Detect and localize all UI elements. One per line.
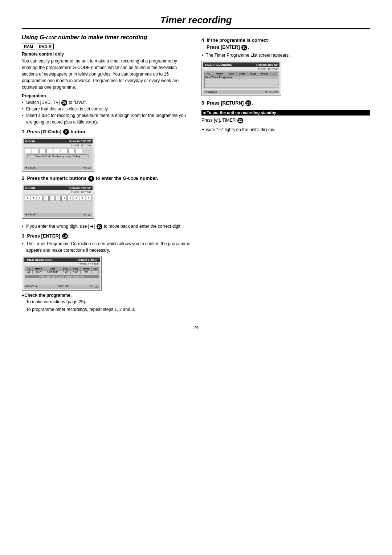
s3-return: RETURN: [58, 285, 69, 288]
standby-text2: Ensure "☉" lights on the unit's display.: [201, 126, 370, 133]
s4-col-stop: Stop: [248, 72, 258, 75]
col-name: Name: [33, 267, 44, 271]
section-heading-text: Using G-CODE number to make timer record…: [22, 34, 147, 40]
s1-no: No ○△○: [83, 166, 91, 169]
remote-control-label: Remote control only: [22, 52, 191, 57]
circled-10b: 10: [62, 233, 68, 239]
step3-bullet: The Timer Programme Correction screen wh…: [22, 240, 191, 254]
s3-select: SELECT ◄: [25, 285, 38, 288]
s1-box8: [75, 149, 82, 153]
s4-return: ★ RETURN: [265, 90, 278, 93]
digit-9: 1: [74, 196, 79, 201]
screen4-bottom-bar: ◄ SELECT ★ RETURN: [203, 90, 279, 94]
s4-col-mode: Mode: [258, 72, 271, 75]
s4-col-date: Date: [226, 72, 236, 75]
screen2-dates: 12/4/98 10:7 TUE: [24, 191, 93, 194]
prep-bullet-3: Insert a disc for recording (make sure t…: [22, 112, 191, 125]
s4-col-start: Start: [236, 72, 247, 75]
section-heading: Using G-CODE number to make timer record…: [22, 34, 191, 41]
screen2-remain: Remain 0:59 SP: [69, 186, 91, 190]
row-start: 1:00: [61, 271, 71, 274]
screen1-remain: Remain 0:59 SP: [69, 139, 91, 143]
check-sub2: To programme other recordings, repeat st…: [22, 306, 191, 313]
s1-box1: [25, 149, 31, 153]
s4-empty2: [205, 82, 278, 85]
screen1-input-row: [25, 149, 91, 153]
digit-7: 1: [61, 196, 67, 201]
screen4-dates: 12/3/98 12:7 TUE: [203, 68, 279, 70]
screen1-bottom-bar: ◄ SELECT No ○△○: [24, 166, 93, 170]
circled-2: 2: [63, 129, 69, 135]
digit-4: 1: [43, 196, 49, 201]
screen3-title-bar: TIMER RECORDING Remain 1:58 SP: [24, 258, 100, 262]
page-title: Timer recording: [22, 15, 370, 29]
digit-11: 1: [86, 196, 91, 201]
step4-container: 4 If the programme is correct Press [ENT…: [201, 37, 370, 96]
col-stop: Stop: [71, 267, 81, 271]
screen3-table: No. Name Date Start Stop Mode Ch 44 AHC …: [25, 267, 99, 274]
screen2-digits: 1 1 1 1 1 1 1 1 1 1 1: [25, 196, 91, 201]
s4-col-ch: Ch: [271, 72, 278, 75]
circled-4: 4: [88, 176, 94, 182]
col-mode: Mode: [81, 267, 92, 271]
screen1-body: Enter G-Code Number by using 0-9 key.: [24, 147, 93, 165]
col-no: No.: [25, 267, 33, 271]
page-container: Timer recording Using G-CODE number to m…: [0, 0, 392, 555]
spacer: [25, 202, 91, 208]
row-date: 10/7 TUE: [44, 271, 61, 274]
badge-row: RAM DVD-R: [22, 44, 191, 49]
step4-num: 4: [201, 37, 207, 43]
screen3-mockup: TIMER RECORDING Remain 1:58 SP 12/3/98 1…: [22, 256, 102, 291]
check-label: ●Check the programme.: [22, 293, 191, 298]
screen3-bottom-bar: SELECT ◄ RETURN No ○△○: [24, 284, 100, 289]
s4-col-name: Name: [213, 72, 226, 75]
step2-bullet: If you enter the wrong digit, use [◄] 10…: [22, 223, 191, 230]
screen3-remain: Remain 1:58 SP: [77, 258, 98, 262]
s1-box6: [61, 149, 68, 153]
standby-section: ■ To put the unit on recording standby P…: [201, 110, 370, 133]
screen1-dates: 12/4/98 10:7 TUE: [24, 144, 93, 147]
screen3-store-text: Press ENTER to store new programme.: [25, 275, 99, 278]
screen4-table: No. Name Date Start Stop Mode Ch New Tim…: [204, 72, 278, 88]
screen3-body: No. Name Date Start Stop Mode Ch 44 AHC …: [24, 266, 100, 284]
badge-dvd-r: DVD-R: [37, 44, 54, 49]
digit-6: 1: [56, 196, 61, 201]
prep-bullet-1: Switch [DVD, TV] 15 to "DVD".: [22, 99, 191, 106]
s1-select: ◄ SELECT: [25, 166, 38, 169]
step2-heading: 2 Press the numeric buttons 4 to enter t…: [22, 175, 191, 182]
screen4-title-bar: TIMER RECORDING Remain 1:58 SP: [203, 62, 279, 67]
screen3-dates: 12/3/98 12:7 TUE: [24, 263, 100, 266]
check-sub1: To make corrections (page 25).: [22, 299, 191, 305]
two-column-layout: Using G-CODE number to make timer record…: [22, 34, 370, 314]
standby-heading: ■ To put the unit on recording standby: [201, 110, 370, 116]
circled-10a: 10: [97, 224, 102, 230]
screen2-title-bar: G-Code Remain 0:59 SP: [24, 186, 93, 190]
screen1-enter-text: Enter G-Code Number by using 0-9 key.: [27, 154, 89, 158]
s4-col-no: No.: [205, 72, 213, 75]
s1-box3: [39, 149, 46, 153]
screen2-mockup: G-Code Remain 0:59 SP 12/4/98 10:7 TUE 1…: [22, 184, 94, 219]
row-ch: [92, 271, 99, 274]
digit-5: 1: [49, 196, 55, 201]
row-name: AHC: [33, 271, 44, 274]
left-column: Using G-CODE number to make timer record…: [22, 34, 191, 314]
prep-label: Preparation: [22, 93, 191, 98]
page-number: 24: [22, 325, 370, 330]
row-stop: 3:00: [71, 271, 81, 274]
circled-12: 12: [237, 118, 243, 123]
circled-23: 23: [245, 100, 251, 106]
circled-15: 15: [61, 100, 67, 106]
screen1-title: G-Code: [25, 139, 36, 143]
screen4-mockup: TIMER RECORDING Remain 1:58 SP 12/3/98 1…: [201, 61, 281, 96]
digit-3: 1: [37, 196, 42, 201]
s1-box4: [46, 149, 53, 153]
s4-empty3: [205, 85, 278, 88]
body-text: You can easily programme the unit to mak…: [22, 58, 191, 90]
prep-bullet-2: Ensure that this unit's clock is set cor…: [22, 106, 191, 112]
step3-heading: 3 Press [ENTER] 10.: [22, 233, 191, 239]
screen1-mockup: G-Code Remain 0:59 SP 12/4/98 10:7 TUE: [22, 137, 94, 172]
screen2-bottom-bar: ◄ SELECT No ○△○: [24, 212, 93, 217]
step4-bullet: The Timer Programme List screen appears.: [201, 52, 370, 58]
screen2-body: 1 1 1 1 1 1 1 1 1 1 1: [24, 194, 93, 212]
screen1-title-bar: G-Code Remain 0:59 SP: [24, 139, 93, 143]
